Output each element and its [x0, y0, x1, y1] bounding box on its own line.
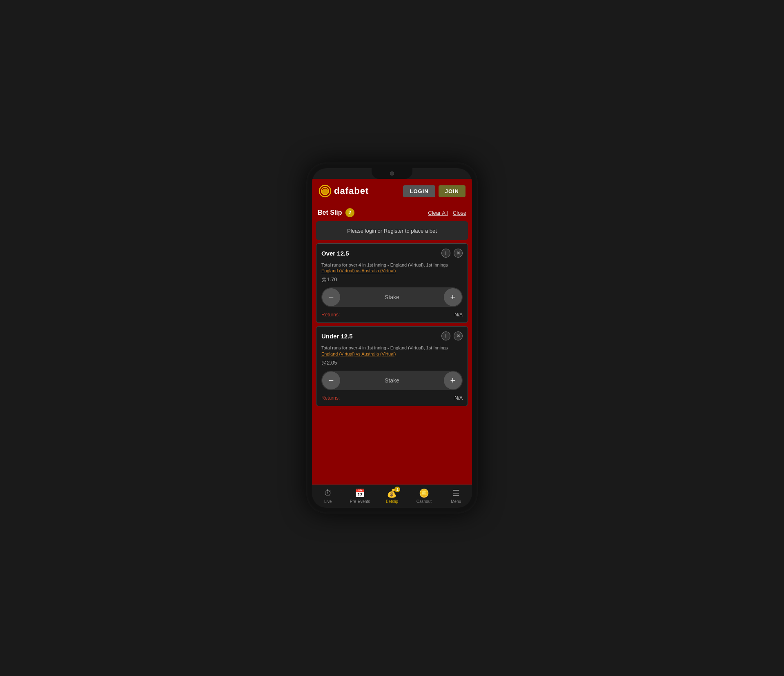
login-message-box: Please login or Register to place a bet: [316, 221, 468, 240]
bet-1-title: Over 12.5: [321, 250, 349, 257]
nav-item-pre-events[interactable]: 📅 Pre-Events: [349, 488, 372, 504]
bet-1-returns-row: Returns: N/A: [321, 312, 463, 318]
pre-events-icon: 📅: [355, 488, 365, 498]
cashout-icon: 🪙: [419, 488, 429, 498]
bet-2-returns-label: Returns:: [321, 395, 340, 401]
main-content: Bet Slip 2 Clear All Close Please login …: [312, 202, 472, 485]
betslip-title: Bet Slip: [318, 209, 342, 216]
bottom-nav: ⏱ Live 📅 Pre-Events 💰 2 Betslip 🪙 Cashou…: [312, 485, 472, 508]
bet-1-stake-label: Stake: [340, 294, 444, 300]
phone-screen: dafabet LOGIN JOIN Bet Slip 2 Clear All …: [312, 168, 472, 508]
bet-2-stake-increase[interactable]: +: [444, 371, 462, 389]
bet-card-1: Over 12.5 i ✕ Total runs for over 4 in 1…: [316, 243, 468, 323]
camera: [390, 171, 394, 176]
bet-1-stake-increase[interactable]: +: [444, 288, 462, 306]
betslip-header: Bet Slip 2 Clear All Close: [316, 206, 468, 221]
bet-2-returns-row: Returns: N/A: [321, 395, 463, 401]
logo-icon: [318, 185, 332, 198]
betslip-actions: Clear All Close: [428, 210, 466, 216]
bet-2-stake-decrease[interactable]: −: [322, 371, 340, 389]
bet-2-stake-label: Stake: [340, 377, 444, 384]
bet-1-returns-label: Returns:: [321, 312, 340, 318]
bet-card-1-header: Over 12.5 i ✕: [321, 249, 463, 258]
bet-1-link[interactable]: England (Virtual) vs Australia (Virtual): [321, 268, 463, 273]
clear-all-button[interactable]: Clear All: [428, 210, 448, 216]
betslip-nav-badge: 2: [394, 487, 400, 492]
nav-label-live: Live: [324, 499, 332, 504]
bet-2-remove-button[interactable]: ✕: [454, 331, 463, 340]
login-message-text: Please login or Register to place a bet: [347, 228, 437, 234]
bet-1-info-button[interactable]: i: [441, 249, 450, 258]
bet-1-icons: i ✕: [441, 249, 463, 258]
bet-2-stake-control: − Stake +: [321, 371, 463, 390]
bet-2-returns-value: N/A: [454, 395, 463, 401]
nav-label-betslip: Betslip: [386, 499, 398, 504]
bet-1-odds: @1.70: [321, 276, 463, 282]
bet-1-stake-decrease[interactable]: −: [322, 288, 340, 306]
phone-notch: [372, 168, 412, 179]
nav-label-menu: Menu: [451, 499, 461, 504]
logo-text: dafabet: [334, 186, 369, 196]
bet-2-title: Under 12.5: [321, 333, 353, 340]
nav-item-menu[interactable]: ☰ Menu: [445, 488, 468, 504]
bet-1-returns-value: N/A: [454, 312, 463, 318]
bet-2-link[interactable]: England (Virtual) vs Australia (Virtual): [321, 351, 463, 356]
nav-item-betslip[interactable]: 💰 2 Betslip: [381, 488, 403, 504]
header-buttons: LOGIN JOIN: [403, 185, 466, 197]
betslip-count-badge: 2: [345, 208, 354, 217]
login-button[interactable]: LOGIN: [403, 185, 435, 197]
bet-card-2-header: Under 12.5 i ✕: [321, 331, 463, 340]
phone-device: dafabet LOGIN JOIN Bet Slip 2 Clear All …: [306, 162, 478, 514]
betslip-badge-wrap: 💰 2: [387, 488, 397, 498]
nav-item-live[interactable]: ⏱ Live: [316, 489, 339, 504]
bet-2-icons: i ✕: [441, 331, 463, 340]
betslip-title-area: Bet Slip 2: [318, 208, 354, 217]
nav-label-cashout: Cashout: [416, 499, 432, 504]
bet-1-description: Total runs for over 4 in 1st inning - En…: [321, 262, 448, 267]
join-button[interactable]: JOIN: [439, 185, 466, 197]
live-icon: ⏱: [324, 489, 332, 498]
logo-area: dafabet: [318, 185, 369, 198]
menu-icon: ☰: [452, 488, 460, 498]
bet-1-remove-button[interactable]: ✕: [454, 249, 463, 258]
bet-card-2: Under 12.5 i ✕ Total runs for over 4 in …: [316, 326, 468, 406]
bet-1-stake-control: − Stake +: [321, 287, 463, 307]
bet-2-odds: @2.05: [321, 360, 463, 366]
bet-2-description: Total runs for over 4 in 1st inning - En…: [321, 345, 448, 350]
nav-item-cashout[interactable]: 🪙 Cashout: [412, 488, 435, 504]
bet-2-info-button[interactable]: i: [441, 331, 450, 340]
close-button[interactable]: Close: [453, 210, 466, 216]
nav-label-pre-events: Pre-Events: [350, 499, 370, 504]
app-header: dafabet LOGIN JOIN: [312, 179, 472, 202]
